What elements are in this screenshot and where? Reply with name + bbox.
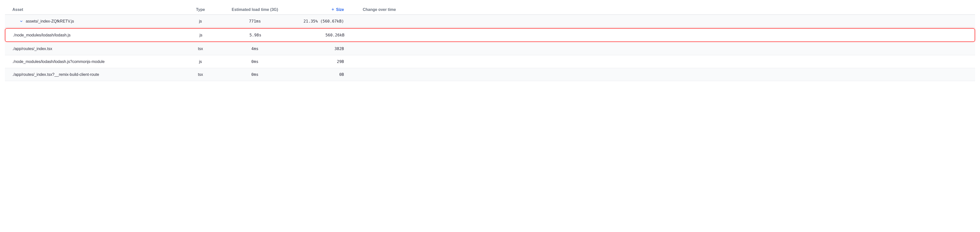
size-cell: 29B bbox=[294, 59, 344, 64]
load-time-cell: 0ms bbox=[215, 59, 294, 64]
load-time-cell: 5.98s bbox=[216, 33, 295, 37]
asset-name: ./node_modules/lodash/lodash.js?commonjs… bbox=[13, 59, 105, 64]
table-row[interactable]: ./app/routes/_index.tsx?__remix-build-cl… bbox=[5, 68, 975, 81]
header-load-time[interactable]: Estimated load time (3G) bbox=[215, 8, 294, 12]
size-cell: 21.35% (560.67kB) bbox=[294, 19, 344, 24]
load-time-cell: 0ms bbox=[215, 72, 294, 77]
asset-cell: assets/_index-ZQfkRETV.js bbox=[13, 19, 186, 24]
load-time-cell: 4ms bbox=[215, 46, 294, 51]
sort-arrow-down-icon bbox=[331, 8, 334, 12]
asset-cell: ./app/routes/_index.tsx?__remix-build-cl… bbox=[13, 72, 186, 77]
header-asset[interactable]: Asset bbox=[13, 8, 186, 12]
type-cell: js bbox=[186, 59, 215, 64]
type-cell: tsx bbox=[186, 72, 215, 77]
asset-name: ./node_modules/lodash/lodash.js bbox=[13, 33, 70, 37]
size-cell: 560.26kB bbox=[295, 33, 345, 37]
header-size-label: Size bbox=[336, 8, 344, 12]
header-change[interactable]: Change over time bbox=[344, 8, 396, 12]
asset-name: ./app/routes/_index.tsx bbox=[13, 46, 52, 51]
table-row[interactable]: assets/_index-ZQfkRETV.js js 771ms 21.35… bbox=[5, 15, 975, 28]
size-cell: 0B bbox=[294, 72, 344, 77]
header-size[interactable]: Size bbox=[294, 8, 344, 12]
type-cell: js bbox=[186, 19, 215, 24]
table-row[interactable]: ./node_modules/lodash/lodash.js?commonjs… bbox=[5, 55, 975, 68]
asset-name: ./app/routes/_index.tsx?__remix-build-cl… bbox=[13, 72, 99, 77]
size-cell: 382B bbox=[294, 46, 344, 51]
table-row[interactable]: ./app/routes/_index.tsx tsx 4ms 382B bbox=[5, 42, 975, 55]
bundle-asset-table: Asset Type Estimated load time (3G) Size… bbox=[5, 5, 975, 81]
table-header-row: Asset Type Estimated load time (3G) Size… bbox=[5, 5, 975, 15]
type-cell: tsx bbox=[186, 46, 215, 51]
header-type[interactable]: Type bbox=[186, 8, 215, 12]
chevron-down-icon[interactable] bbox=[19, 19, 23, 23]
asset-cell: ./app/routes/_index.tsx bbox=[13, 46, 186, 51]
asset-cell: ./node_modules/lodash/lodash.js?commonjs… bbox=[13, 59, 186, 64]
type-cell: js bbox=[186, 33, 216, 37]
table-row[interactable]: ./node_modules/lodash/lodash.js js 5.98s… bbox=[5, 28, 975, 42]
asset-cell: ./node_modules/lodash/lodash.js bbox=[13, 33, 186, 37]
load-time-cell: 771ms bbox=[215, 19, 294, 24]
asset-name: assets/_index-ZQfkRETV.js bbox=[26, 19, 74, 24]
